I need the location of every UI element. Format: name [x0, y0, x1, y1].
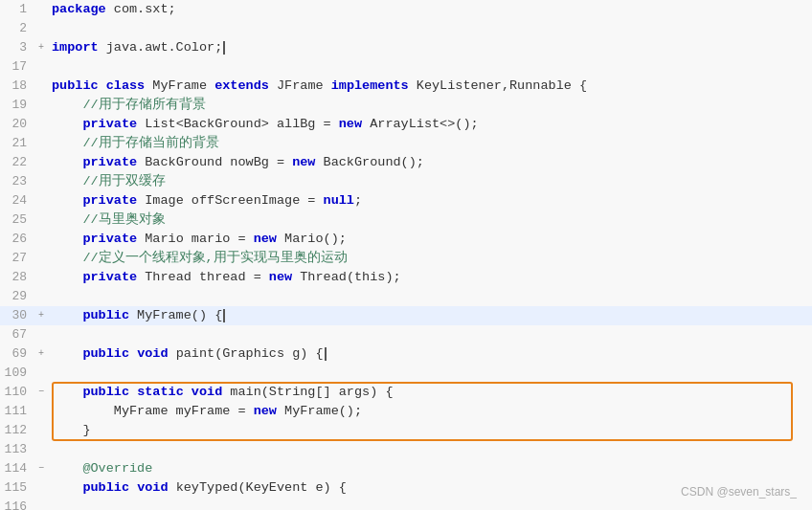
token-kw: void [192, 383, 222, 402]
fold-icon[interactable]: + [34, 306, 48, 325]
line-content: //定义一个线程对象,用于实现马里奥的运动 [48, 249, 812, 268]
token-kw: private [82, 191, 137, 211]
code-line: 113 [0, 440, 812, 459]
line-number: 110 [0, 383, 34, 402]
line-number: 20 [0, 115, 34, 134]
line-number: 18 [0, 77, 34, 96]
code-line: 26 private Mario mario = new Mario(); [0, 230, 812, 249]
token-normal: List<BackGround> allBg = [137, 115, 339, 134]
token-normal: ArrayList<>(); [362, 115, 479, 134]
line-number: 116 [0, 498, 34, 510]
code-line: 28 private Thread thread = new Thread(th… [0, 268, 812, 287]
token-kw: public [82, 478, 129, 498]
token-normal [129, 344, 137, 364]
line-number: 109 [0, 364, 34, 383]
line-content: public void paint(Graphics g) { [48, 344, 812, 364]
fold-icon[interactable]: − [34, 383, 48, 402]
line-content: package com.sxt; [48, 0, 812, 19]
token-normal: MyFrame() { [129, 306, 222, 325]
token-normal [52, 306, 82, 325]
token-kw: new [254, 402, 277, 421]
code-line: 27 //定义一个线程对象,用于实现马里奥的运动 [0, 249, 812, 268]
token-normal: Mario(); [277, 230, 347, 249]
code-line: 20 private List<BackGround> allBg = new … [0, 115, 812, 134]
token-normal [52, 191, 82, 211]
code-line: 109 [0, 364, 812, 383]
line-number: 26 [0, 230, 34, 249]
line-number: 1 [0, 0, 34, 19]
line-number: 69 [0, 344, 34, 364]
token-kw: new [292, 153, 315, 172]
token-kw: implements [331, 77, 409, 96]
line-number: 113 [0, 440, 34, 459]
code-line: 23 //用于双缓存 [0, 172, 812, 191]
token-normal: MyFrame [145, 77, 214, 96]
line-number: 115 [0, 478, 34, 498]
line-content: //用于存储当前的背景 [48, 134, 812, 153]
line-content: private Image offScreenImage = null; [48, 191, 812, 211]
token-comment: //定义一个线程对象,用于实现马里奥的运动 [52, 249, 348, 268]
token-kw: new [254, 230, 277, 249]
token-kw: private [82, 115, 137, 134]
token-normal: com.sxt; [106, 0, 176, 19]
token-kw: package [52, 0, 106, 19]
line-number: 3 [0, 38, 34, 57]
line-number: 25 [0, 211, 34, 230]
token-normal: ; [354, 191, 362, 211]
code-line: 112 } [0, 421, 812, 440]
token-kw: private [82, 153, 137, 172]
code-editor: 1package com.sxt;23+import java.awt.Colo… [0, 0, 812, 510]
token-kw: public [52, 77, 99, 96]
token-normal [52, 344, 82, 364]
token-normal [52, 153, 82, 172]
token-kw: import [52, 38, 99, 57]
line-content: //用于双缓存 [48, 172, 812, 191]
line-number: 17 [0, 57, 34, 77]
code-line: 25 //马里奥对象 [0, 211, 812, 230]
line-content: private BackGround nowBg = new BackGroun… [48, 153, 812, 172]
code-line: 1package com.sxt; [0, 0, 812, 19]
token-normal: BackGround nowBg = [137, 153, 292, 172]
code-line: 18public class MyFrame extends JFrame im… [0, 77, 812, 96]
token-normal: paint(Graphics g) { [169, 344, 324, 364]
line-content: private Thread thread = new Thread(this)… [48, 268, 812, 287]
line-number: 19 [0, 96, 34, 115]
line-number: 30 [0, 306, 34, 325]
token-normal [52, 230, 82, 249]
code-line: 69+ public void paint(Graphics g) { [0, 344, 812, 364]
line-number: 21 [0, 134, 34, 153]
token-normal [52, 478, 82, 498]
token-normal [52, 115, 82, 134]
token-comment: //用于存储当前的背景 [52, 134, 219, 153]
code-line: 19 //用于存储所有背景 [0, 96, 812, 115]
line-number: 29 [0, 287, 34, 306]
token-normal [129, 478, 137, 498]
line-number: 27 [0, 249, 34, 268]
token-kw: new [339, 115, 362, 134]
token-kw: public [82, 383, 129, 402]
token-comment: //用于双缓存 [52, 172, 166, 191]
token-normal: JFrame [269, 77, 331, 96]
code-line: 111 MyFrame myFrame = new MyFrame(); [0, 402, 812, 421]
token-normal: BackGround(); [315, 153, 423, 172]
token-kw: public [82, 306, 129, 325]
line-number: 2 [0, 19, 34, 38]
line-number: 114 [0, 459, 34, 478]
fold-icon[interactable]: + [34, 344, 48, 364]
watermark: CSDN @seven_stars_ [681, 485, 797, 499]
token-normal [129, 383, 137, 402]
token-normal: MyFrame(); [277, 402, 362, 421]
token-kw: public [82, 344, 129, 364]
fold-icon[interactable]: + [34, 38, 48, 57]
line-content: MyFrame myFrame = new MyFrame(); [48, 402, 812, 421]
line-content: @Override [48, 459, 812, 478]
line-number: 22 [0, 153, 34, 172]
text-cursor [223, 309, 225, 322]
code-line: 3+import java.awt.Color; [0, 38, 812, 57]
line-content: public MyFrame() { [48, 306, 812, 325]
token-kw: void [137, 478, 168, 498]
fold-icon[interactable]: − [34, 459, 48, 478]
text-cursor [223, 41, 225, 55]
line-content: } [48, 421, 812, 440]
code-line: 67 [0, 325, 812, 344]
